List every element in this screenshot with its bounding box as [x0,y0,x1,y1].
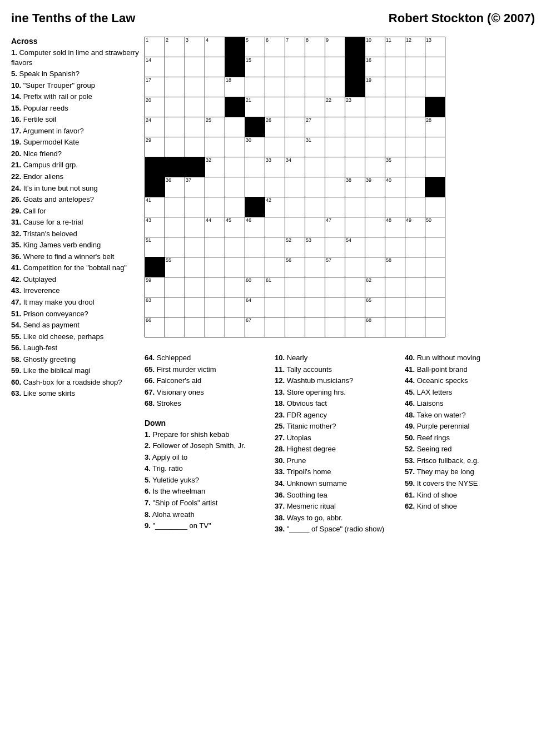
grid-cell [325,57,345,77]
clue-item: 1. Prepare for shish kebab [145,430,269,440]
cell-number: 68 [366,318,371,323]
grid-cell [165,297,185,317]
grid-cell: 53 [305,237,325,257]
grid-cell: 38 [345,177,365,197]
grid-cell [405,137,425,157]
grid-cell [405,297,425,317]
cell-number: 34 [286,158,291,163]
grid-cell: 51 [145,237,165,257]
grid-cell [185,217,205,237]
across-bottom-col: 64. Schlepped65. First murder victim66. … [145,353,275,536]
cell-number: 2 [166,38,168,43]
grid-cell [265,137,285,157]
grid-cell: 52 [285,237,305,257]
grid-cell [305,297,325,317]
grid-cell [425,317,445,337]
grid-cell: 62 [365,277,385,297]
clue-item: 25. Titanic mother? [275,421,399,431]
cell-number: 12 [406,38,411,43]
grid-cell: 59 [145,277,165,297]
grid-cell [165,77,185,97]
clue-item: 15. Popular reeds [11,103,139,113]
grid-cell: 30 [245,137,265,157]
grid-cell: 14 [145,57,165,77]
grid-cell [345,297,365,317]
down-col3: 40. Run without moving41. Ball-point bra… [405,353,535,536]
grid-cell [265,237,285,257]
grid-cell [245,237,265,257]
grid-cell [285,97,305,117]
cell-number: 45 [226,218,231,223]
grid-cell [345,197,365,217]
clue-item: 56. Laugh-fest [11,343,139,353]
grid-cell [425,97,445,117]
grid-cell [245,157,265,177]
cell-number: 47 [326,218,331,223]
grid-cell: 20 [145,97,165,117]
grid-cell [185,117,205,137]
clue-item: 32. Tristan's beloved [11,229,139,239]
grid-cell [425,137,445,157]
grid-cell [385,77,405,97]
grid-cell [245,177,265,197]
grid-cell [405,117,425,137]
cell-number: 54 [346,238,351,243]
cell-number: 33 [266,158,271,163]
clue-item: 53. Frisco fullback, e.g. [405,456,529,466]
clue-item: 36. Soothing tea [275,490,399,500]
grid-cell: 11 [385,37,405,57]
crossword-area: 1234567891011121314151617181920212223242… [145,37,535,536]
grid-cell [225,57,245,77]
cell-number: 60 [246,278,251,283]
grid-cell [325,237,345,257]
clue-item: 51. Prison conveyance? [11,309,139,319]
clue-item: 47. It may make you drool [11,297,139,307]
grid-cell: 2 [165,37,185,57]
grid-cell [385,277,405,297]
clue-item: 59. It covers the NYSE [405,479,529,489]
cell-number: 56 [286,258,291,263]
cell-number: 24 [146,118,151,123]
grid-cell [285,177,305,197]
grid-cell: 10 [365,37,385,57]
grid-cell: 57 [325,257,345,277]
cell-number: 48 [386,218,391,223]
grid-cell [265,317,285,337]
grid-cell [325,277,345,297]
grid-cell [385,297,405,317]
grid-cell [145,157,165,177]
cell-number: 67 [246,318,251,323]
grid-cell [265,257,285,277]
grid-cell [245,257,265,277]
grid-cell [365,117,385,137]
grid-cell [285,317,305,337]
grid-cell [165,137,185,157]
grid-cell [325,317,345,337]
down-col2: 10. Nearly11. Tally accounts12. Washtub … [275,353,405,536]
clue-item: 48. Take on water? [405,410,529,420]
grid-cell: 65 [365,297,385,317]
grid-cell [205,57,225,77]
grid-cell [305,57,325,77]
cell-number: 14 [146,58,151,63]
grid-cell: 48 [385,217,405,237]
grid-cell: 46 [245,217,265,237]
grid-cell [345,57,365,77]
grid-cell [385,317,405,337]
grid-cell: 45 [225,217,245,237]
cell-number: 53 [306,238,311,243]
cell-number: 31 [306,138,311,143]
grid-cell [285,137,305,157]
grid-cell [405,57,425,77]
clue-item: 5. Speak in Spanish? [11,69,139,79]
clue-item: 23. FDR agency [275,410,399,420]
clue-item: 13. Store opening hrs. [275,387,399,397]
grid-cell [305,317,325,337]
grid-cell: 26 [265,117,285,137]
grid-cell [185,317,205,337]
grid-cell [405,197,425,217]
grid-cell [285,77,305,97]
grid-cell: 21 [245,97,265,117]
clue-item: 43. Irreverence [11,286,139,296]
cell-number: 25 [206,118,211,123]
